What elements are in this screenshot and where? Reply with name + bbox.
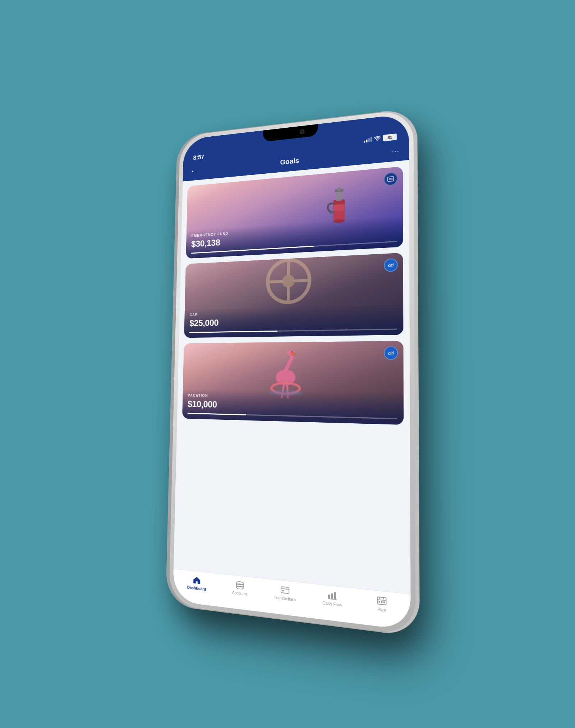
nav-accounts[interactable]: Accounts	[218, 578, 262, 598]
svg-rect-38	[377, 597, 386, 605]
svg-line-41	[377, 600, 386, 601]
svg-point-28	[236, 586, 243, 590]
goals-list[interactable]: EMERGENCY FUND $30,138	[173, 160, 411, 631]
svg-rect-6	[334, 204, 344, 211]
plan-icon	[376, 596, 387, 606]
accounts-icon	[235, 580, 245, 590]
nav-label-dashboard: Dashboard	[187, 585, 206, 591]
nav-plan[interactable]: Plan	[356, 593, 407, 615]
citi-badge-vacation: citi	[384, 346, 398, 360]
page-title: Goals	[280, 156, 299, 166]
status-icons: 81	[364, 133, 397, 144]
svg-rect-33	[282, 590, 284, 592]
nav-label-plan: Plan	[377, 607, 386, 613]
svg-rect-2	[336, 191, 342, 201]
nav-label-accounts: Accounts	[232, 590, 248, 596]
phone-device: 8:57 81	[169, 109, 416, 636]
progress-fill-vacation	[187, 413, 246, 415]
cashflow-icon	[327, 590, 338, 601]
citi-label-vacation: citi	[388, 351, 394, 355]
progress-fill-car	[189, 331, 278, 333]
phone-screen: 8:57 81	[173, 113, 411, 630]
svg-rect-31	[281, 587, 289, 593]
progress-bar-car	[189, 328, 397, 333]
svg-rect-3	[330, 211, 335, 214]
goal-card-vacation[interactable]: VACATION $10,000 citi	[182, 341, 404, 425]
svg-rect-36	[334, 592, 336, 599]
status-time: 8:57	[193, 154, 204, 161]
screen-content: 8:57 81	[173, 113, 411, 630]
nav-cashflow[interactable]: Cash Flow	[308, 588, 357, 609]
nav-dashboard[interactable]: Dashboard	[176, 574, 218, 593]
goal-info-car: CAR $25,000	[184, 303, 403, 338]
svg-rect-43	[381, 601, 382, 603]
svg-rect-9	[389, 178, 392, 180]
wifi-icon	[374, 136, 381, 141]
citi-label-car: citi	[388, 263, 394, 267]
steering-wheel-icon	[264, 255, 313, 308]
svg-line-32	[281, 588, 289, 589]
nav-label-cashflow: Cash Flow	[322, 600, 342, 607]
svg-point-11	[282, 274, 295, 288]
goal-card-emergency[interactable]: EMERGENCY FUND $30,138	[186, 167, 403, 259]
svg-line-14	[268, 281, 282, 282]
savings-icon	[387, 176, 394, 183]
transactions-icon	[280, 585, 290, 595]
nav-transactions[interactable]: Transactions	[262, 583, 308, 604]
svg-rect-42	[378, 601, 380, 603]
back-button[interactable]: ←	[190, 167, 198, 176]
goal-info-vacation: VACATION $10,000	[182, 389, 404, 425]
phone-inner-frame: 8:57 81	[173, 113, 411, 630]
svg-rect-5	[337, 187, 340, 192]
svg-rect-44	[383, 601, 385, 603]
phone-frame: 8:57 81	[169, 109, 416, 636]
progress-bar-vacation	[187, 413, 397, 419]
nav-label-transactions: Transactions	[274, 595, 296, 602]
signal-icon	[364, 137, 372, 142]
goal-amount-vacation: $10,000	[188, 399, 397, 414]
svg-line-15	[295, 280, 309, 281]
svg-rect-8	[388, 177, 394, 182]
more-menu-button[interactable]: ···	[391, 146, 400, 155]
svg-rect-35	[331, 593, 333, 599]
svg-rect-34	[328, 595, 330, 599]
goal-card-car[interactable]: CAR $25,000 citi	[184, 253, 403, 338]
battery-icon: 81	[383, 133, 397, 141]
front-camera	[300, 129, 305, 135]
dashboard-icon	[192, 575, 201, 585]
